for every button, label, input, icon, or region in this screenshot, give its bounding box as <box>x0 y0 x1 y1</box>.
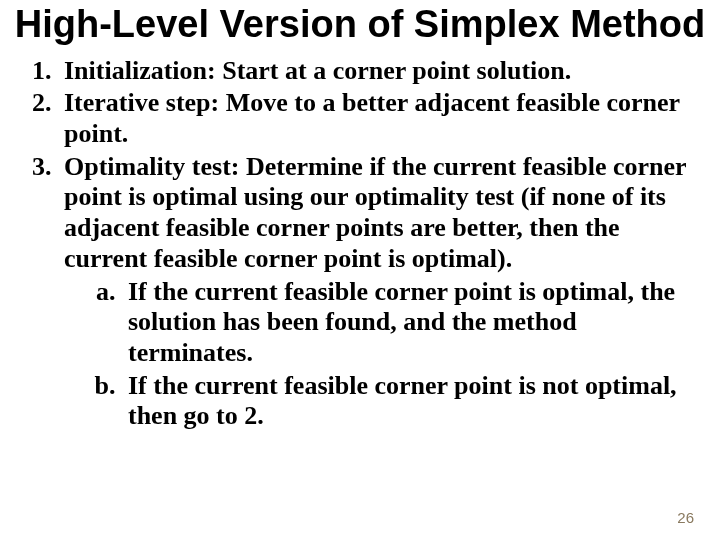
step-1: Initialization: Start at a corner point … <box>58 56 702 87</box>
steps-list: Initialization: Start at a corner point … <box>0 56 720 432</box>
step-3b: If the current feasible corner point is … <box>122 371 702 432</box>
step-3-text: Optimality test: Determine if the curren… <box>64 152 686 273</box>
page-number: 26 <box>677 509 694 526</box>
step-3-sublist: If the current feasible corner point is … <box>64 277 702 432</box>
step-3: Optimality test: Determine if the curren… <box>58 152 702 432</box>
slide: High-Level Version of Simplex Method Ini… <box>0 0 720 540</box>
step-2: Iterative step: Move to a better adjacen… <box>58 88 702 149</box>
slide-title: High-Level Version of Simplex Method <box>0 0 720 46</box>
step-3a: If the current feasible corner point is … <box>122 277 702 369</box>
